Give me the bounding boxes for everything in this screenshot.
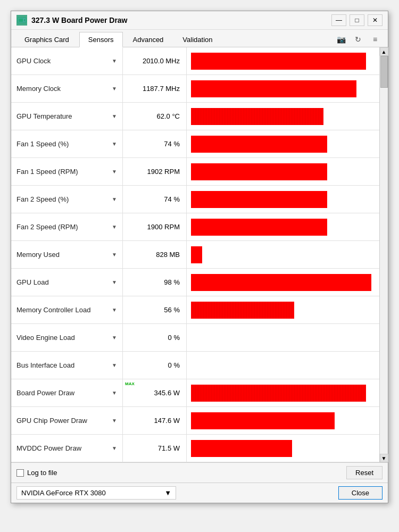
sensor-value-text: 147.6 W [154, 417, 180, 425]
sensor-row[interactable]: Board Power Draw▼MAX345.6 W [11, 379, 379, 407]
dropdown-arrow-icon[interactable]: ▼ [112, 445, 117, 451]
dropdown-arrow-icon[interactable]: ▼ [112, 307, 117, 313]
dropdown-arrow-icon[interactable]: ▼ [112, 252, 117, 257]
tab-validation[interactable]: Validation [173, 32, 221, 47]
sensor-bar-track [191, 108, 375, 125]
dropdown-arrow-icon[interactable]: ▼ [112, 58, 117, 64]
sensor-bar-container [187, 296, 379, 323]
sensor-bar-container [187, 435, 379, 462]
menu-icon[interactable]: ≡ [369, 33, 381, 46]
reset-button[interactable]: Reset [346, 466, 383, 479]
sensor-bar-fill [191, 302, 294, 319]
sensor-row[interactable]: Fan 2 Speed (%)▼74 % [11, 186, 379, 213]
dropdown-arrow-icon[interactable]: ▼ [112, 224, 117, 230]
sensor-bar-container [187, 352, 379, 379]
scrollbar[interactable]: ▲ ▼ [379, 47, 388, 462]
dropdown-arrow-icon[interactable]: ▼ [112, 418, 117, 423]
main-window: 327.3 W Board Power Draw — □ ✕ Graphics … [11, 11, 388, 503]
sensor-label: Fan 1 Speed (%) [16, 140, 69, 148]
sensor-bar-container [187, 186, 379, 213]
tab-graphics-card[interactable]: Graphics Card [15, 32, 78, 47]
sensor-bar-container [187, 269, 379, 296]
close-button[interactable]: Close [338, 486, 383, 500]
sensor-row[interactable]: Fan 2 Speed (RPM)▼1900 RPM [11, 213, 379, 241]
sensor-row[interactable]: GPU Load▼98 % [11, 269, 379, 296]
maximize-button[interactable]: □ [350, 14, 364, 26]
title-bar-left: 327.3 W Board Power Draw [16, 15, 128, 26]
sensor-bar-fill [191, 136, 327, 153]
dropdown-arrow-icon[interactable]: ▼ [112, 362, 117, 368]
sensor-value-cell: 74 % [123, 186, 187, 213]
sensor-row[interactable]: Memory Controller Load▼56 % [11, 296, 379, 324]
sensor-row[interactable]: GPU Temperature▼62.0 °C [11, 103, 379, 130]
camera-icon[interactable]: 📷 [335, 33, 347, 46]
sensor-value-text: 345.6 W [154, 389, 180, 397]
sensor-bar-fill [191, 412, 335, 429]
footer: NVIDIA GeForce RTX 3080 ▼ Close [11, 483, 388, 503]
scroll-up-arrow[interactable]: ▲ [380, 47, 388, 56]
sensor-name-cell: Memory Clock▼ [11, 75, 123, 102]
title-bar: 327.3 W Board Power Draw — □ ✕ [11, 11, 388, 30]
sensor-value-cell: MAX345.6 W [123, 379, 187, 406]
dropdown-arrow-icon[interactable]: ▼ [112, 196, 117, 202]
tabs: Graphics Card Sensors Advanced Validatio… [15, 32, 222, 47]
sensor-value-cell: 0 % [123, 352, 187, 379]
sensor-row[interactable]: Fan 1 Speed (RPM)▼1902 RPM [11, 158, 379, 186]
dropdown-arrow-icon[interactable]: ▼ [112, 390, 117, 396]
sensor-row[interactable]: GPU Chip Power Draw▼147.6 W [11, 407, 379, 435]
sensor-row[interactable]: Memory Clock▼1187.7 MHz [11, 75, 379, 103]
sensor-value-text: 0 % [168, 334, 180, 342]
sensor-label: GPU Clock [16, 57, 51, 65]
tab-icon-area: 📷 ↻ ≡ [335, 33, 384, 46]
sensor-name-cell: MVDDC Power Draw▼ [11, 435, 123, 462]
sensor-row[interactable]: Fan 1 Speed (%)▼74 % [11, 130, 379, 158]
sensor-bar-track [191, 53, 375, 70]
sensor-row[interactable]: MVDDC Power Draw▼71.5 W [11, 435, 379, 462]
tab-advanced[interactable]: Advanced [124, 32, 173, 47]
dropdown-arrow-icon[interactable]: ▼ [112, 279, 117, 285]
sensor-label: Memory Controller Load [16, 306, 90, 314]
sensor-label: Video Engine Load [16, 334, 75, 342]
log-area: Log to file [16, 469, 57, 477]
log-to-file-checkbox[interactable] [16, 469, 24, 477]
sensor-label: Bus Interface Load [16, 361, 74, 369]
sensor-value-cell: 0 % [123, 324, 187, 351]
sensor-bar-fill [191, 219, 327, 236]
sensor-value-cell: 1900 RPM [123, 213, 187, 240]
sensor-bar-fill [191, 440, 292, 457]
sensor-row[interactable]: GPU Clock▼2010.0 MHz [11, 47, 379, 75]
close-window-button[interactable]: ✕ [368, 14, 383, 26]
tab-sensors[interactable]: Sensors [79, 32, 123, 47]
sensor-value-cell: 71.5 W [123, 435, 187, 462]
sensor-name-cell: GPU Clock▼ [11, 47, 123, 74]
dropdown-arrow-icon[interactable]: ▼ [112, 335, 117, 340]
dropdown-arrow-icon[interactable]: ▼ [112, 141, 117, 147]
scroll-thumb[interactable] [380, 56, 388, 88]
sensor-value-cell: 147.6 W [123, 407, 187, 434]
sensor-value-cell: 62.0 °C [123, 103, 187, 130]
sensor-value-text: 1902 RPM [147, 168, 180, 176]
refresh-icon[interactable]: ↻ [352, 33, 364, 46]
scroll-track[interactable] [380, 56, 388, 454]
sensor-bar-fill [191, 191, 327, 208]
sensor-value-cell: 2010.0 MHz [123, 47, 187, 74]
minimize-button[interactable]: — [331, 14, 346, 26]
sensor-value-cell: 1902 RPM [123, 158, 187, 185]
gpu-selector[interactable]: NVIDIA GeForce RTX 3080 ▼ [16, 486, 176, 500]
dropdown-arrow-icon[interactable]: ▼ [112, 169, 117, 174]
sensor-value-text: 0 % [168, 361, 180, 369]
gpu-name: NVIDIA GeForce RTX 3080 [21, 489, 106, 497]
sensor-row[interactable]: Memory Used▼828 MB [11, 241, 379, 269]
sensor-row[interactable]: Bus Interface Load▼0 % [11, 352, 379, 379]
sensor-row[interactable]: Video Engine Load▼0 % [11, 324, 379, 352]
sensor-label: Fan 2 Speed (%) [16, 195, 69, 203]
dropdown-arrow-icon[interactable]: ▼ [112, 86, 117, 92]
scroll-down-arrow[interactable]: ▼ [380, 454, 388, 462]
dropdown-arrow-icon[interactable]: ▼ [112, 113, 117, 119]
sensor-bar-container [187, 241, 379, 268]
bottom-bar: Log to file Reset [11, 462, 388, 483]
max-badge: MAX [125, 381, 135, 386]
title-bar-controls: — □ ✕ [331, 14, 383, 26]
svg-rect-1 [19, 19, 23, 22]
sensor-name-cell: GPU Chip Power Draw▼ [11, 407, 123, 434]
